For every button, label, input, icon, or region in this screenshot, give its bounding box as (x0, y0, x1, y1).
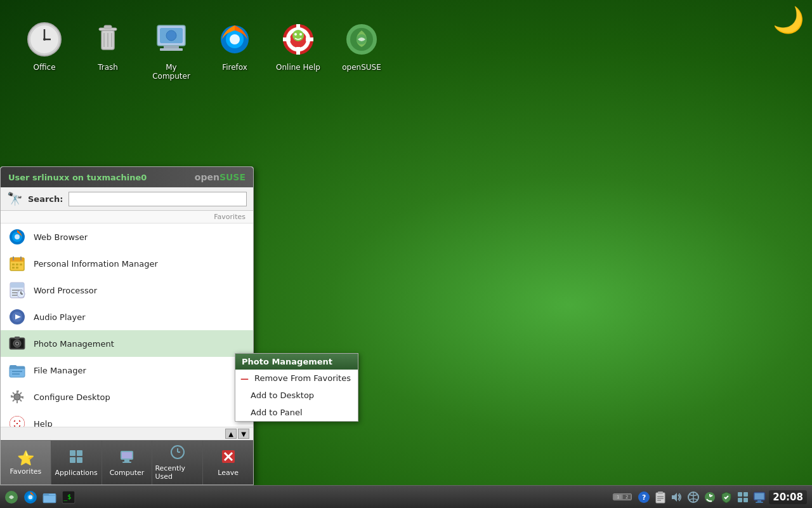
brand-suse: SUSE (219, 172, 246, 182)
taskbar-right: ? (632, 490, 812, 504)
configure-desktop-label: Configure Desktop (34, 392, 110, 402)
desktop: 🌙 Office (0, 0, 812, 508)
tab-recently-used[interactable]: Recently Used (152, 441, 203, 485)
word-processor-label: Word Processor (34, 286, 97, 295)
machine-name: tuxmachine0 (87, 173, 147, 182)
binoculars-icon: 🔭 (7, 191, 23, 206)
word-processor-icon (7, 280, 27, 300)
context-menu: Photo Management — Remove From Favorites… (235, 353, 358, 422)
menu-brand: openSUSE (195, 172, 246, 182)
moon-icon[interactable]: 🌙 (773, 5, 804, 35)
svg-point-61 (16, 343, 18, 345)
tab-leave[interactable]: Leave (203, 441, 253, 485)
workspace-1[interactable]: 1 (613, 494, 622, 500)
remove-favorites-label: Remove From Favorites (254, 373, 351, 383)
svg-rect-43 (20, 264, 22, 265)
svg-rect-10 (104, 25, 112, 29)
tray-help-icon[interactable]: ? (637, 490, 651, 504)
online-help-icon (278, 19, 318, 60)
svg-rect-41 (12, 264, 15, 265)
ctx-add-panel[interactable]: Add to Panel (235, 404, 358, 421)
taskbar: _$ 1 2 ? (0, 485, 812, 508)
desktop-icon-opensuse[interactable]: openSUSE (336, 19, 387, 81)
svg-rect-114 (738, 492, 742, 497)
menu-item-word-processor[interactable]: Word Processor (1, 277, 253, 304)
favorites-tab-label: Favorites (10, 467, 42, 476)
menu-item-file-manager[interactable]: File Manager (1, 357, 253, 384)
tray-network-icon[interactable] (686, 490, 700, 504)
tray-volume-icon[interactable] (670, 490, 684, 504)
scroll-down-button[interactable]: ▼ (238, 429, 249, 439)
tray-app-icon[interactable] (736, 490, 750, 504)
taskbar-left: _$ (0, 488, 80, 506)
ctx-remove-favorites[interactable]: — Remove From Favorites (235, 370, 358, 387)
leave-tab-icon (221, 449, 236, 467)
add-panel-label: Add to Panel (251, 408, 303, 417)
desktop-icon-firefox[interactable]: Firefox (209, 19, 260, 81)
svg-rect-80 (15, 417, 19, 423)
svg-rect-119 (755, 493, 764, 499)
svg-rect-27 (306, 37, 313, 41)
svg-text:?: ? (642, 493, 646, 502)
search-input[interactable] (69, 192, 247, 206)
menu-user-info: User srlinuxx on tuxmachine0 (8, 173, 147, 182)
favorites-tab-icon: ⭐ (17, 450, 34, 466)
desktop-icon-online-help[interactable]: Online Help (273, 19, 324, 81)
taskbar-terminal-button[interactable]: _$ (60, 488, 77, 506)
add-desktop-label: Add to Desktop (251, 391, 314, 400)
svg-rect-89 (122, 462, 131, 463)
workspace-row-top: 1 2 (613, 494, 631, 500)
context-menu-title: Photo Management (235, 354, 358, 370)
menu-item-photo-management[interactable]: Photo Management (1, 330, 253, 357)
svg-rect-62 (15, 337, 20, 339)
tray-display-icon[interactable] (752, 490, 766, 504)
tab-applications[interactable]: Applications (51, 441, 102, 485)
my-computer-icon (151, 19, 192, 60)
svg-rect-84 (70, 457, 75, 463)
start-menu: User srlinuxx on tuxmachine0 openSUSE 🔭 … (0, 166, 254, 485)
computer-tab-label: Computer (110, 469, 145, 477)
menu-item-pim[interactable]: Personal Information Manager (1, 250, 253, 277)
svg-point-30 (299, 33, 302, 36)
svg-rect-88 (124, 460, 129, 462)
username: srlinuxx (32, 173, 69, 182)
svg-rect-16 (160, 48, 183, 51)
taskbar-browser-button[interactable] (22, 488, 39, 506)
help-label: Help (34, 419, 53, 427)
menu-item-help[interactable]: Help (1, 410, 253, 427)
menu-item-configure-desktop[interactable]: Configure Desktop (1, 384, 253, 410)
tray-update-icon[interactable] (703, 490, 717, 504)
tray-shield-icon[interactable] (719, 490, 733, 504)
firefox-label: Firefox (222, 63, 247, 72)
section-label: Favorites (1, 211, 253, 224)
menu-item-audio-player[interactable]: Audio Player (1, 304, 253, 330)
start-button[interactable] (3, 488, 20, 506)
tab-computer[interactable]: Computer (102, 441, 153, 485)
taskbar-filemanager-button[interactable] (41, 488, 58, 506)
menu-item-web-browser[interactable]: Web Browser (1, 224, 253, 250)
svg-line-71 (13, 392, 15, 394)
scroll-up-button[interactable]: ▲ (225, 429, 237, 439)
svg-rect-115 (743, 492, 748, 497)
svg-text:_$: _$ (63, 493, 71, 501)
workspace-switcher[interactable]: 1 2 (613, 493, 632, 500)
office-label: Office (33, 63, 55, 72)
configure-desktop-icon (7, 387, 27, 407)
svg-line-72 (20, 399, 22, 401)
desktop-icons-container: Office Trash (0, 0, 406, 100)
tray-clipboard-icon[interactable] (653, 490, 667, 504)
svg-line-74 (13, 399, 15, 401)
desktop-icon-trash[interactable]: Trash (82, 19, 133, 81)
svg-rect-120 (757, 500, 761, 502)
desktop-icon-my-computer[interactable]: My Computer (146, 19, 197, 81)
ctx-add-desktop[interactable]: Add to Desktop (235, 387, 358, 404)
svg-rect-26 (283, 37, 291, 41)
tab-favorites[interactable]: ⭐ Favorites (1, 441, 51, 485)
applications-tab-label: Applications (55, 469, 98, 477)
my-computer-label: My Computer (146, 63, 197, 81)
svg-rect-45 (16, 267, 18, 269)
workspace-2[interactable]: 2 (622, 494, 631, 500)
system-clock: 20:08 (769, 490, 807, 504)
photo-management-label: Photo Management (34, 339, 114, 349)
desktop-icon-office[interactable]: Office (19, 19, 70, 81)
